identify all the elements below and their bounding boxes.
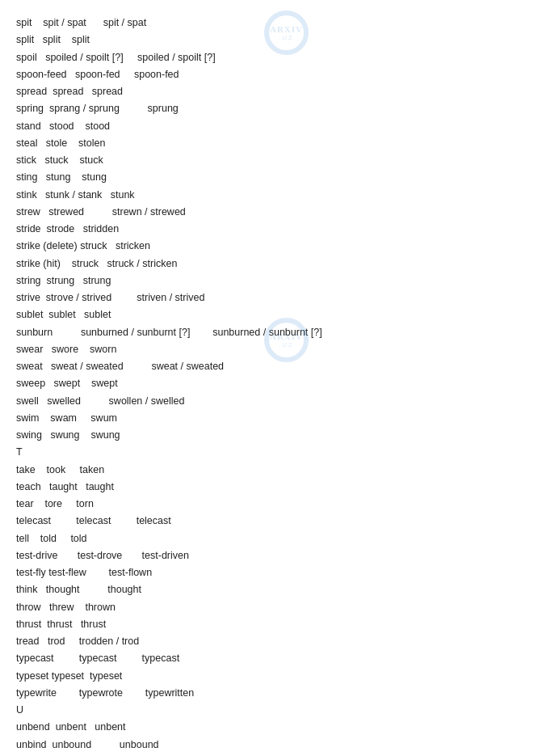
verb-table-content: spit spit / spat spit / spat split split… — [16, 15, 518, 756]
